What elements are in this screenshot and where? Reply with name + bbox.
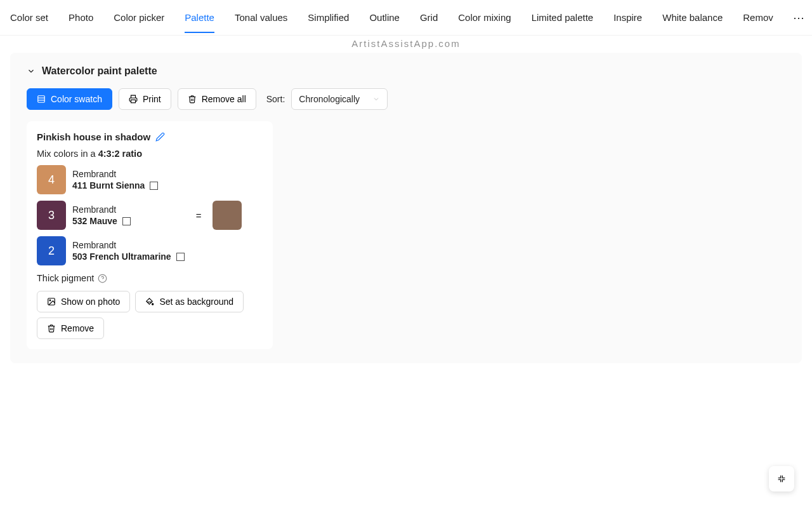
tabs-more-icon[interactable]: ⋯: [785, 11, 812, 25]
tab-simplified[interactable]: Simplified: [308, 2, 349, 33]
toolbar: Color swatch Print Remove all Sort: Chro…: [27, 88, 785, 110]
printer-icon: [129, 95, 138, 104]
tabs-bar: Color set Photo Color picker Palette Ton…: [0, 0, 812, 36]
palette-card: Pinkish house in shadow Mix colors in a …: [27, 121, 273, 349]
sort-label: Sort:: [266, 94, 285, 104]
store-swatch-icon[interactable]: [122, 217, 131, 225]
sort-value: Chronologically: [299, 94, 360, 104]
paints-column: 4 Rembrandt 411 Burnt Sienna 3 Rembrandt: [37, 165, 185, 265]
mix-row: 4 Rembrandt 411 Burnt Sienna 3 Rembrandt: [37, 165, 263, 265]
paint-row: 2 Rembrandt 503 French Ultramarine: [37, 236, 185, 265]
sort-select[interactable]: Chronologically: [291, 88, 388, 110]
paint-name: 532 Mauve: [72, 216, 117, 226]
paint-name: 503 French Ultramarine: [72, 251, 171, 262]
tab-color-mixing[interactable]: Color mixing: [458, 2, 511, 33]
remove-button[interactable]: Remove: [37, 318, 104, 339]
card-title-row: Pinkish house in shadow: [37, 131, 263, 142]
chevron-down-icon: [27, 67, 36, 76]
mix-prefix: Mix colors in a: [37, 149, 98, 159]
svg-point-7: [49, 300, 51, 301]
paint-row: 4 Rembrandt 411 Burnt Sienna: [37, 165, 185, 194]
mix-ratio: 4:3:2 ratio: [98, 149, 142, 159]
paint-name: 411 Burnt Sienna: [72, 180, 145, 190]
help-icon[interactable]: [98, 274, 107, 283]
tab-grid[interactable]: Grid: [420, 2, 438, 33]
consistency-label: Thick pigment: [37, 273, 94, 283]
paint-info: Rembrandt 503 French Ultramarine: [72, 240, 185, 262]
paint-brand: Rembrandt: [72, 204, 131, 215]
remove-label: Remove: [61, 323, 94, 333]
print-label: Print: [143, 94, 161, 104]
store-swatch-icon[interactable]: [150, 182, 158, 190]
color-swatch-button[interactable]: Color swatch: [27, 88, 112, 110]
svg-point-8: [152, 304, 154, 305]
paint-brand: Rembrandt: [72, 240, 185, 250]
tab-color-set[interactable]: Color set: [10, 2, 48, 33]
panel-header[interactable]: Watercolor paint palette: [27, 65, 785, 77]
tab-limited-palette[interactable]: Limited palette: [532, 2, 594, 33]
panel-title: Watercolor paint palette: [42, 65, 157, 77]
print-button[interactable]: Print: [119, 88, 171, 110]
card-title: Pinkish house in shadow: [37, 131, 150, 142]
trash-icon: [47, 324, 56, 333]
chevron-down-icon: [372, 95, 380, 103]
image-icon: [47, 297, 56, 306]
tab-inspire[interactable]: Inspire: [613, 2, 642, 33]
remove-all-button[interactable]: Remove all: [178, 88, 256, 110]
svg-rect-0: [38, 96, 45, 103]
store-swatch-icon[interactable]: [176, 253, 185, 261]
paint-row: 3 Rembrandt 532 Mauve: [37, 201, 185, 230]
bucket-icon: [145, 297, 154, 306]
paint-info: Rembrandt 411 Burnt Sienna: [72, 169, 158, 190]
palette-panel: Watercolor paint palette Color swatch Pr…: [10, 53, 802, 363]
consistency-row: Thick pigment: [37, 273, 263, 283]
card-actions: Show on photo Set as background Remove: [37, 291, 263, 339]
paint-swatch: 4: [37, 165, 66, 194]
mix-ratio-text: Mix colors in a 4:3:2 ratio: [37, 149, 263, 159]
app-title: ArtistAssistApp.com: [0, 36, 812, 50]
color-swatch-label: Color swatch: [51, 94, 102, 104]
result-swatch: [213, 201, 242, 230]
edit-icon[interactable]: [155, 132, 165, 142]
tab-remove-glare[interactable]: Remov: [743, 2, 773, 33]
show-on-photo-label: Show on photo: [61, 297, 120, 307]
svg-rect-3: [131, 100, 135, 103]
set-as-background-button[interactable]: Set as background: [135, 291, 244, 312]
tab-color-picker[interactable]: Color picker: [114, 2, 164, 33]
tab-outline[interactable]: Outline: [369, 2, 400, 33]
tab-palette[interactable]: Palette: [185, 2, 214, 33]
trash-icon: [188, 95, 197, 104]
tab-tonal-values[interactable]: Tonal values: [235, 2, 287, 33]
paint-swatch: 2: [37, 236, 66, 265]
paint-info: Rembrandt 532 Mauve: [72, 204, 131, 226]
paint-swatch: 3: [37, 201, 66, 230]
show-on-photo-button[interactable]: Show on photo: [37, 291, 130, 312]
paint-brand: Rembrandt: [72, 169, 158, 179]
set-as-background-label: Set as background: [159, 297, 233, 307]
tab-photo[interactable]: Photo: [69, 2, 93, 33]
equals-sign: =: [193, 210, 204, 221]
swatches-icon: [37, 95, 46, 104]
remove-all-label: Remove all: [202, 94, 246, 104]
tab-white-balance[interactable]: White balance: [662, 2, 723, 33]
tabs-list: Color set Photo Color picker Palette Ton…: [0, 2, 785, 33]
